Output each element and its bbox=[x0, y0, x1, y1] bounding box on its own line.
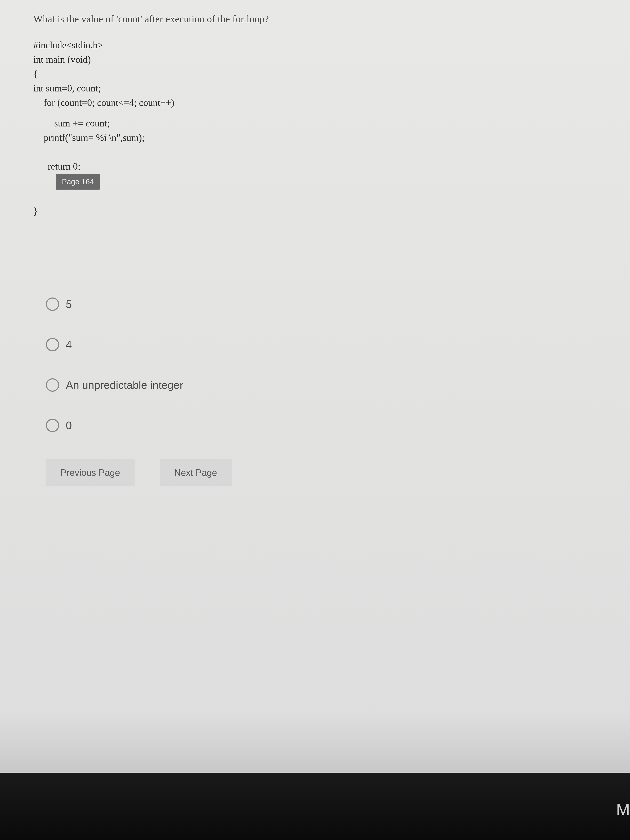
code-line: printf("sum= %i \n",sum); bbox=[33, 130, 605, 145]
code-line: } bbox=[33, 204, 605, 218]
code-line: { bbox=[33, 67, 605, 81]
code-line: int sum=0, count; bbox=[33, 81, 605, 95]
code-block: #include<stdio.h> int main (void) { int … bbox=[33, 38, 605, 218]
code-line: int main (void) bbox=[33, 52, 605, 67]
code-text: return 0; bbox=[48, 161, 81, 172]
quiz-page: What is the value of 'count' after execu… bbox=[0, 0, 630, 494]
code-line-with-tooltip: return 0; Page 164 bbox=[33, 145, 605, 204]
previous-page-button[interactable]: Previous Page bbox=[46, 459, 134, 486]
option-label: 0 bbox=[66, 419, 72, 432]
question-prompt: What is the value of 'count' after execu… bbox=[33, 13, 605, 25]
option-row[interactable]: 5 bbox=[46, 297, 605, 311]
option-row[interactable]: 4 bbox=[46, 338, 605, 351]
answer-options: 5 4 An unpredictable integer 0 bbox=[33, 297, 605, 432]
radio-icon[interactable] bbox=[46, 419, 59, 432]
option-label: 4 bbox=[66, 338, 72, 351]
code-line: for (count=0; count<=4; count++) bbox=[33, 95, 605, 110]
corner-letter: M bbox=[616, 800, 630, 819]
option-label: An unpredictable integer bbox=[66, 379, 183, 391]
page-tooltip: Page 164 bbox=[56, 174, 100, 189]
code-line: #include<stdio.h> bbox=[33, 38, 605, 52]
radio-icon[interactable] bbox=[46, 297, 59, 311]
option-label: 5 bbox=[66, 298, 72, 310]
option-row[interactable]: An unpredictable integer bbox=[46, 378, 605, 392]
radio-icon[interactable] bbox=[46, 338, 59, 351]
option-row[interactable]: 0 bbox=[46, 419, 605, 432]
next-page-button[interactable]: Next Page bbox=[159, 459, 232, 486]
nav-buttons: Previous Page Next Page bbox=[33, 459, 605, 486]
radio-icon[interactable] bbox=[46, 378, 59, 392]
code-line: sum += count; bbox=[33, 116, 605, 130]
